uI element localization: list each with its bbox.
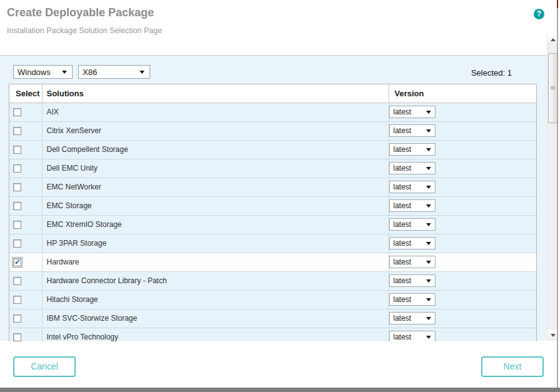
chevron-down-icon [426, 129, 431, 133]
table-row: Hardware Connector Library - Patch lates… [9, 271, 536, 290]
row-checkbox[interactable] [13, 183, 21, 191]
version-select[interactable]: latest [389, 237, 435, 249]
version-value: latest [394, 201, 412, 210]
version-select[interactable]: latest [389, 274, 435, 287]
solution-name: Hitachi Storage [47, 295, 98, 304]
chevron-down-icon [426, 186, 431, 189]
os-dropdown-value: Windows [18, 68, 51, 77]
version-select[interactable]: latest [389, 256, 435, 268]
solution-name: HP 3PAR Storage [47, 239, 107, 248]
solution-name: Dell EMC Unity [47, 164, 98, 173]
version-value: latest [394, 295, 412, 304]
version-value: latest [394, 183, 412, 191]
window-right-edge [557, 0, 558, 388]
column-header-version: Version [389, 84, 536, 103]
row-checkbox[interactable] [13, 258, 21, 266]
window-bottom-edge [0, 388, 560, 392]
next-button[interactable]: Next [481, 356, 544, 377]
row-checkbox[interactable] [13, 108, 21, 116]
solution-name: Dell Compellent Storage [47, 145, 128, 154]
scrollbar-thumb[interactable] [548, 53, 557, 123]
row-checkbox[interactable] [13, 277, 21, 285]
chevron-down-icon [426, 298, 431, 301]
version-select[interactable]: latest [389, 312, 435, 324]
chevron-down-icon [426, 242, 431, 245]
chevron-down-icon [426, 336, 431, 339]
solution-name: Citrix XenServer [47, 126, 101, 135]
architecture-dropdown[interactable]: X86 [78, 65, 150, 79]
table-row: EMC Storage latest [9, 196, 536, 215]
version-value: latest [394, 126, 412, 135]
chevron-down-icon [426, 279, 431, 283]
row-checkbox[interactable] [13, 239, 21, 248]
chevron-down-icon [426, 223, 431, 226]
chevron-down-icon [140, 71, 145, 74]
page-title: Create Deployable Package [7, 6, 154, 19]
version-select[interactable]: latest [389, 331, 435, 341]
version-select[interactable]: latest [389, 124, 435, 137]
version-value: latest [394, 314, 412, 323]
table-row: Hitachi Storage latest [9, 290, 536, 309]
column-header-select: Select [9, 84, 42, 103]
table-row: Intel vPro Technology latest [9, 328, 536, 341]
row-checkbox[interactable] [13, 202, 21, 210]
row-checkbox[interactable] [13, 164, 21, 173]
version-select[interactable]: latest [389, 293, 435, 306]
chevron-down-icon [426, 111, 431, 114]
table-row: Citrix XenServer latest [9, 121, 536, 140]
version-select[interactable]: latest [389, 162, 435, 174]
solutions-table-body: AIX latest Citrix XenServer latest Dell … [9, 103, 536, 341]
row-checkbox[interactable] [13, 127, 21, 135]
chevron-down-icon [426, 261, 431, 264]
architecture-dropdown-value: X86 [83, 68, 97, 77]
solution-name: EMC XtremIO Storage [47, 220, 122, 229]
table-row: IBM SVC-Storwize Storage latest [9, 309, 536, 328]
solutions-table: Select Solutions Version AIX latest Citr… [9, 84, 537, 341]
table-row: Hardware latest [9, 253, 536, 271]
solution-selection-panel: Windows X86 Selected: 1 Select Solutions… [0, 55, 547, 341]
table-row: Dell Compellent Storage latest [9, 140, 536, 159]
chevron-down-icon [426, 317, 431, 320]
table-row: AIX latest [9, 103, 536, 121]
chevron-down-icon [426, 167, 431, 170]
version-value: latest [394, 258, 412, 266]
chevron-down-icon [426, 204, 431, 208]
version-select[interactable]: latest [389, 106, 435, 118]
row-checkbox[interactable] [13, 146, 21, 154]
row-checkbox[interactable] [13, 221, 21, 229]
version-value: latest [394, 276, 412, 285]
window-right-edge-accent [557, 0, 558, 8]
version-select[interactable]: latest [389, 218, 435, 231]
chevron-down-icon [426, 148, 431, 151]
cancel-button[interactable]: Cancel [13, 356, 76, 377]
solution-name: IBM SVC-Storwize Storage [47, 314, 138, 323]
row-checkbox[interactable] [13, 314, 21, 323]
table-row: EMC NetWorker latest [9, 178, 536, 196]
version-value: latest [394, 239, 412, 248]
selected-count-label: Selected: 1 [471, 68, 512, 78]
version-select[interactable]: latest [389, 143, 435, 156]
solution-name: AIX [47, 108, 59, 116]
help-icon[interactable]: ? [534, 9, 544, 19]
vertical-scrollbar[interactable] [547, 34, 557, 341]
solution-name: EMC Storage [47, 201, 92, 210]
solution-name: Hardware Connector Library - Patch [47, 276, 167, 285]
column-header-solutions: Solutions [42, 84, 389, 103]
version-value: latest [394, 108, 412, 116]
version-value: latest [394, 145, 412, 154]
solution-name: EMC NetWorker [47, 183, 101, 191]
version-select[interactable]: latest [389, 181, 435, 193]
os-dropdown[interactable]: Windows [13, 65, 73, 79]
chevron-down-icon [62, 71, 67, 74]
solution-name: Hardware [47, 258, 79, 266]
version-value: latest [394, 220, 412, 229]
row-checkbox[interactable] [13, 333, 21, 341]
table-row: Dell EMC Unity latest [9, 159, 536, 178]
table-header-row: Select Solutions Version [9, 84, 536, 103]
version-value: latest [394, 164, 412, 173]
table-row: HP 3PAR Storage latest [9, 234, 536, 253]
solution-name: Intel vPro Technology [47, 333, 119, 341]
version-select[interactable]: latest [389, 199, 435, 212]
table-row: EMC XtremIO Storage latest [9, 215, 536, 234]
row-checkbox[interactable] [13, 296, 21, 304]
